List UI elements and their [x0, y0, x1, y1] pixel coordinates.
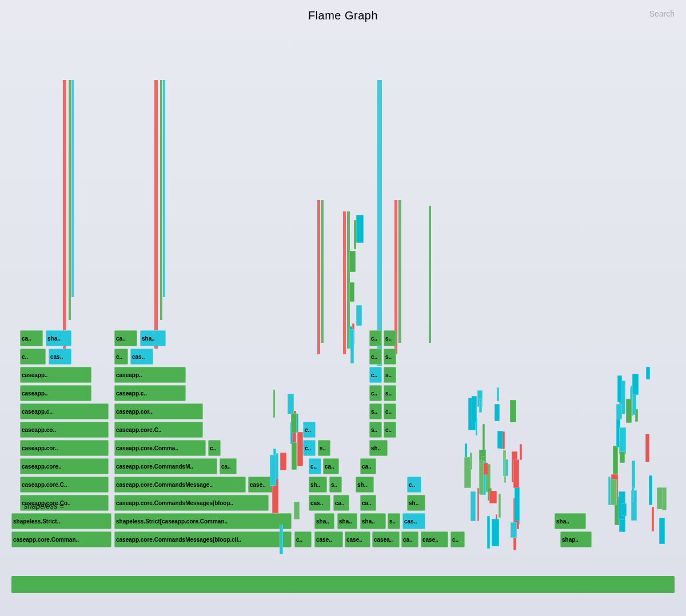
flame-frame-f50[interactable]: s..: [369, 403, 382, 419]
flame-frame-f3[interactable]: c..: [294, 531, 312, 547]
search-button[interactable]: Search: [649, 9, 675, 18]
dense-frame[interactable]: [472, 396, 476, 422]
dense-frame[interactable]: [470, 491, 476, 521]
flame-frame-f49[interactable]: caseapp.cor..: [114, 403, 203, 419]
flame-frame-f54[interactable]: c..: [369, 385, 382, 401]
dense-frame[interactable]: [356, 215, 364, 243]
flame-frame-f36[interactable]: ca..: [360, 458, 376, 474]
flame-frame-f1[interactable]: caseapp.core.Comman..: [11, 531, 111, 547]
flame-frame-f72[interactable]: s..: [384, 330, 396, 346]
flame-frame-f28[interactable]: s..: [329, 477, 342, 493]
dense-frame[interactable]: [291, 413, 297, 433]
flame-frame-f11[interactable]: shapeless.Strict..: [11, 513, 111, 529]
flame-frame-f20[interactable]: caseapp.core.CommandsMessages[bloop..: [114, 495, 269, 511]
flame-frame-f4[interactable]: case..: [314, 531, 343, 547]
dense-frame[interactable]: [510, 522, 517, 538]
dense-frame[interactable]: [288, 394, 294, 414]
dense-frame[interactable]: [498, 494, 501, 518]
flame-frame-f48[interactable]: caseapp.co..: [20, 422, 109, 438]
flame-frame-f59[interactable]: s..: [384, 367, 396, 383]
dense-frame[interactable]: [356, 305, 361, 326]
dense-frame[interactable]: [497, 387, 499, 401]
dense-frame[interactable]: [617, 375, 622, 402]
dense-frame[interactable]: [613, 446, 618, 478]
dense-frame[interactable]: [349, 282, 354, 302]
flame-frame-f35[interactable]: ca..: [323, 458, 339, 474]
dense-frame[interactable]: [492, 519, 499, 546]
flame-frame-f10[interactable]: shap..: [560, 531, 592, 547]
dense-frame[interactable]: [280, 525, 283, 554]
dense-frame[interactable]: [652, 507, 655, 532]
dense-frame[interactable]: [649, 475, 652, 505]
flame-frame-f68[interactable]: sha..: [46, 330, 71, 346]
dense-frame[interactable]: [479, 461, 483, 494]
dense-frame[interactable]: [479, 399, 482, 413]
dense-frame[interactable]: [645, 434, 649, 462]
flame-frame-f5[interactable]: case..: [345, 531, 370, 547]
dense-frame[interactable]: [632, 487, 634, 502]
flame-frame-f46[interactable]: s..: [369, 422, 382, 438]
flame-frame-f55[interactable]: s..: [384, 385, 396, 401]
flame-frame-f6[interactable]: casea..: [372, 531, 400, 547]
flame-frame-f31[interactable]: caseapp.core.C..: [20, 477, 109, 493]
flame-frame-f53[interactable]: caseapp.c..: [114, 385, 186, 401]
flame-frame-f7[interactable]: ca..: [401, 531, 418, 547]
dense-frame[interactable]: [470, 453, 472, 470]
dense-frame[interactable]: [297, 432, 304, 466]
dense-frame[interactable]: [273, 390, 276, 418]
flame-frame-f57[interactable]: caseapp..: [114, 367, 186, 383]
flame-frame-f34[interactable]: c..: [309, 458, 321, 474]
flame-frame-f64[interactable]: c..: [114, 349, 128, 365]
dense-frame[interactable]: [270, 455, 276, 486]
flame-frame-f21[interactable]: cas..: [309, 495, 330, 511]
flame-frame-f62[interactable]: cas..: [130, 349, 153, 365]
dense-frame[interactable]: [294, 502, 300, 520]
flame-frame-f18[interactable]: sha..: [555, 513, 586, 529]
flame-frame-f39[interactable]: c..: [208, 440, 221, 456]
dense-frame[interactable]: [619, 427, 626, 452]
flame-frame-f14[interactable]: sha..: [337, 513, 357, 529]
flame-frame-f71[interactable]: c..: [369, 330, 382, 346]
flame-frame-f29[interactable]: sh..: [356, 477, 374, 493]
dense-frame[interactable]: [646, 367, 650, 379]
flame-frame-f43[interactable]: caseapp.cor..: [20, 440, 109, 456]
dense-frame[interactable]: [494, 404, 500, 421]
flame-frame-f22[interactable]: ca..: [333, 495, 349, 511]
flame-frame-f52[interactable]: caseapp.c..: [20, 403, 109, 419]
flame-frame-f56[interactable]: caseapp..: [20, 385, 91, 401]
dense-frame[interactable]: [350, 329, 354, 363]
flame-frame-f8[interactable]: case..: [421, 531, 448, 547]
flame-frame-f13[interactable]: sha..: [314, 513, 334, 529]
flame-frame-f24[interactable]: sh..: [407, 495, 425, 511]
dense-frame[interactable]: [632, 461, 636, 489]
dense-frame[interactable]: [520, 444, 522, 460]
dense-frame[interactable]: [349, 251, 356, 272]
flame-frame-f42[interactable]: sh..: [369, 440, 388, 456]
flame-frame-f38[interactable]: caseapp.core.Comma..: [114, 440, 206, 456]
flame-frame-f63[interactable]: c..: [20, 349, 46, 365]
dense-frame[interactable]: [292, 442, 297, 470]
dense-frame[interactable]: [616, 404, 622, 419]
flame-frame-f47[interactable]: c..: [384, 422, 396, 438]
flame-frame-f12[interactable]: shapeless.Strict[caseapp.core.Comman..: [114, 513, 292, 529]
flame-frame-f41[interactable]: s..: [318, 440, 330, 456]
flame-frame-f69[interactable]: ca..: [114, 330, 137, 346]
flame-frame-f40[interactable]: c..: [303, 440, 316, 456]
dense-frame[interactable]: [504, 453, 506, 483]
flame-frame-f2[interactable]: caseapp.core.CommandsMessages[bloop.cli.…: [114, 531, 292, 547]
flame-frame-f45[interactable]: c..: [303, 422, 316, 438]
flame-frame-f16[interactable]: s..: [388, 513, 400, 529]
flame-frame-f15[interactable]: sha..: [360, 513, 386, 529]
dense-frame[interactable]: [513, 459, 519, 488]
flame-frame-f66[interactable]: s..: [384, 349, 396, 365]
dense-frame[interactable]: [619, 519, 625, 532]
flame-frame-f25[interactable]: caseapp.core.CommandsMessage..: [114, 477, 246, 493]
dense-frame[interactable]: [489, 491, 497, 503]
dense-frame[interactable]: [510, 400, 516, 422]
flame-frame-f65[interactable]: c..: [369, 349, 382, 365]
flame-frame-f27[interactable]: sh..: [309, 477, 327, 493]
flame-frame-f30[interactable]: c..: [407, 477, 421, 493]
flame-frame-f37[interactable]: caseapp.core..: [20, 458, 109, 474]
flame-frame-f32[interactable]: caseapp.core.CommandsM..: [114, 458, 217, 474]
flame-frame-f23[interactable]: ca..: [360, 495, 376, 511]
